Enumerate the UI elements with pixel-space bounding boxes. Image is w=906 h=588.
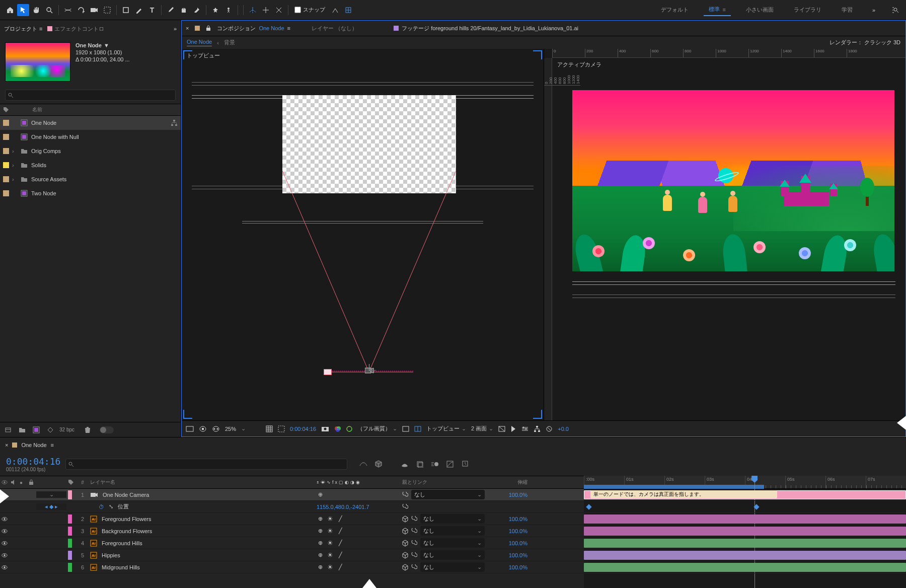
parent-link[interactable]: なし⌄ xyxy=(401,550,486,560)
active-camera-pane[interactable]: 020040060080010001200140016001800 020040… xyxy=(544,49,905,420)
snap-opt1-icon[interactable] xyxy=(329,4,341,16)
hand-tool-icon[interactable] xyxy=(30,4,42,16)
local-axis-icon[interactable] xyxy=(247,4,259,16)
tag-icon[interactable] xyxy=(3,107,10,113)
magnify-icon[interactable] xyxy=(186,426,194,432)
lock-col-icon[interactable] xyxy=(27,479,36,485)
workspace-tab[interactable]: 学習 xyxy=(837,4,858,16)
expand-arrow-icon[interactable]: › xyxy=(12,176,17,182)
layer-name[interactable]: Ai Hippies xyxy=(89,552,315,559)
orbit-tool-icon[interactable] xyxy=(62,4,74,16)
layer-switches[interactable]: ⊕☀╱ xyxy=(315,515,401,523)
workspace-tab[interactable]: ライブラリ xyxy=(789,4,826,16)
snap-opt2-icon[interactable] xyxy=(342,4,354,16)
keyframe-icon[interactable] xyxy=(586,504,592,509)
stretch-value[interactable]: 100.0% xyxy=(486,516,532,522)
layer-switches[interactable]: ⊕☀╱ xyxy=(315,527,401,535)
timeline-bar-row[interactable] xyxy=(584,561,906,573)
bpc-label[interactable]: 32 bpc xyxy=(59,425,74,435)
pickwhip-icon[interactable] xyxy=(411,564,417,570)
expand-arrow-icon[interactable]: › xyxy=(12,148,17,154)
layer-bar[interactable] xyxy=(584,539,906,548)
roto-tool-icon[interactable] xyxy=(209,4,221,16)
visibility-toggle[interactable] xyxy=(0,529,9,534)
parent-dropdown[interactable]: なし⌄ xyxy=(420,514,485,524)
resolution-icon[interactable] xyxy=(266,425,273,432)
layer-name[interactable]: Ai Foreground Flowers xyxy=(89,516,315,523)
comp-tab[interactable]: コンポジション One Node ≡ xyxy=(217,25,290,32)
parent-dropdown[interactable]: なし⌄ xyxy=(411,490,485,499)
project-item[interactable]: One Node xyxy=(0,116,181,130)
comp-mini-flow-icon[interactable] xyxy=(358,459,368,469)
timeline-graph[interactable]: :00s01s02s03s04s05s06s07s 単一のノードでは、カメラは真… xyxy=(584,476,906,588)
marker-icon[interactable] xyxy=(460,459,470,469)
workspace-overflow-icon[interactable]: » xyxy=(868,4,880,16)
visibility-toggle[interactable] xyxy=(0,541,9,546)
bpc-icon[interactable] xyxy=(45,425,55,435)
layer-bar[interactable] xyxy=(584,514,906,524)
panel-arrow-left[interactable] xyxy=(0,489,9,503)
snapshot-icon[interactable] xyxy=(321,426,329,432)
layer-name[interactable]: Ai Midground Hills xyxy=(89,564,315,571)
layer-bar[interactable] xyxy=(584,563,906,572)
zoom-value[interactable]: 25% xyxy=(225,426,236,432)
toggle-switch[interactable] xyxy=(100,426,114,433)
view-count-dropdown[interactable]: 2 画面 ⌄ xyxy=(471,425,493,432)
3d-icon[interactable] xyxy=(212,425,220,432)
transparency-icon[interactable] xyxy=(278,425,285,432)
shy-icon[interactable] xyxy=(400,459,410,469)
3d-cube-icon[interactable] xyxy=(402,540,408,547)
layer-row[interactable]: 2 Ai Foreground Flowers ⊕☀╱ なし⌄ 100.0% xyxy=(0,513,584,525)
parent-dropdown[interactable]: なし⌄ xyxy=(420,538,485,548)
work-area-bar[interactable] xyxy=(584,485,764,489)
parent-link[interactable]: なし⌄ xyxy=(401,514,486,524)
close-tab-icon[interactable]: × xyxy=(186,25,189,31)
reset-exposure-icon[interactable] xyxy=(546,425,553,432)
new-comp-icon[interactable] xyxy=(31,425,41,435)
camera-icon[interactable] xyxy=(365,367,374,374)
panel-overflow-icon[interactable]: » xyxy=(174,26,177,32)
parent-dropdown[interactable]: なし⌄ xyxy=(420,550,485,560)
layer-color-swatch[interactable] xyxy=(68,514,72,524)
project-item[interactable]: One Node with Null xyxy=(0,130,181,144)
graph-icon[interactable]: ⤡ xyxy=(109,503,113,510)
effect-controls-tab[interactable]: エフェクトコントロ xyxy=(47,25,104,33)
camera-handle[interactable] xyxy=(324,369,332,375)
trash-icon[interactable] xyxy=(83,425,93,435)
parent-link[interactable]: なし⌄ xyxy=(401,490,486,499)
project-tab[interactable]: プロジェクト ≡ xyxy=(4,25,41,33)
new-folder-icon[interactable] xyxy=(17,425,27,435)
project-item[interactable]: › Source Assets xyxy=(0,172,181,186)
stopwatch-icon[interactable]: ⏱ xyxy=(99,504,104,510)
layer-name[interactable]: Ai Foreground Hills xyxy=(89,540,315,547)
layer-color-swatch[interactable] xyxy=(68,527,72,536)
property-name[interactable]: ⏱ ⤡ 位置 xyxy=(89,503,315,510)
workspace-tab[interactable]: 小さい画面 xyxy=(741,4,779,16)
timeline-bar-row[interactable] xyxy=(584,525,906,537)
keyframe-row[interactable] xyxy=(584,501,906,513)
zoom-tool-icon[interactable] xyxy=(43,4,55,16)
layer-comment[interactable]: 単一のノードでは、カメラは真正面を指します。 xyxy=(590,490,777,498)
3d-cube-icon[interactable] xyxy=(402,516,408,523)
eye-col-icon[interactable] xyxy=(0,480,9,485)
layer-switches[interactable]: ⊕☀╱ xyxy=(315,551,401,559)
keyframe-nav[interactable]: ◂ ◆ ▸ xyxy=(36,503,66,510)
layer-row[interactable]: ⌄ 1 One Node Camera ⊕ なし⌄ 100.0% xyxy=(0,489,584,501)
breadcrumb-current[interactable]: One Node xyxy=(187,39,212,46)
home-icon[interactable] xyxy=(4,4,16,16)
keyframe-nav[interactable]: ⌄ xyxy=(36,491,66,498)
breadcrumb-next[interactable]: 背景 xyxy=(224,39,235,46)
pickwhip-icon[interactable] xyxy=(402,504,408,510)
layer-switches[interactable]: ⊕☀╱ xyxy=(315,539,401,547)
stretch-value[interactable]: 100.0% xyxy=(486,564,532,570)
layer-row[interactable]: 3 Ai Background Flowers ⊕☀╱ なし⌄ 100.0% xyxy=(0,525,584,537)
layer-bar[interactable] xyxy=(584,551,906,560)
flowchart-icon[interactable] xyxy=(534,425,541,432)
layer-row[interactable]: 4 Ai Foreground Hills ⊕☀╱ なし⌄ 100.0% xyxy=(0,537,584,549)
tag-col-icon[interactable] xyxy=(66,479,77,485)
menu-icon[interactable]: ≡ xyxy=(51,442,54,448)
selection-tool-icon[interactable] xyxy=(17,4,29,16)
timeline-bar-row[interactable] xyxy=(584,549,906,561)
eraser-tool-icon[interactable] xyxy=(191,4,203,16)
view-axis-icon[interactable] xyxy=(273,4,285,16)
